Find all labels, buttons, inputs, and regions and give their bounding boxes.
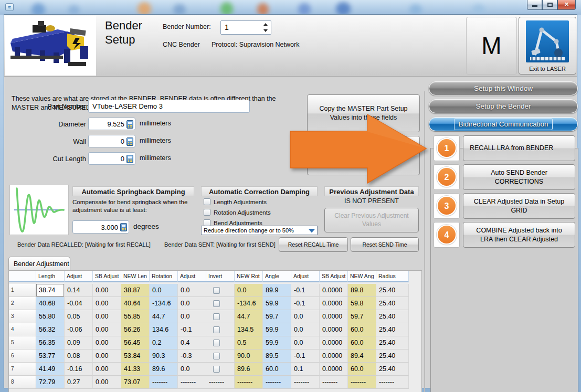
- grid-cell[interactable]: -0.16: [65, 363, 93, 376]
- grid-cell[interactable]: 59.8: [348, 297, 376, 310]
- combine-adjusted-button[interactable]: COMBINE Adjusted back into LRA then CLEA…: [463, 222, 575, 248]
- grid-cell[interactable]: 0.0: [178, 363, 206, 376]
- grid-cell[interactable]: [206, 284, 235, 297]
- grid-cell[interactable]: 0.0000: [320, 349, 348, 363]
- calculator-icon[interactable]: [126, 137, 133, 146]
- grid-cell[interactable]: 0.0: [291, 323, 320, 336]
- grid-cell[interactable]: 40.68: [36, 297, 65, 310]
- grid-cell[interactable]: 89.9: [263, 284, 291, 297]
- clear-adjusted-data-button[interactable]: CLEAR Adjusted Data in Setup GRID: [463, 193, 575, 219]
- grid-cell[interactable]: 89.6: [150, 363, 178, 376]
- row-header[interactable]: 4: [9, 323, 36, 336]
- grid-cell[interactable]: 0.0: [235, 284, 263, 297]
- grid-cell[interactable]: 59.7: [263, 310, 291, 323]
- grid-cell[interactable]: 0.09: [65, 336, 93, 349]
- grid-cell[interactable]: -------: [376, 376, 409, 389]
- grid-cell[interactable]: 0.0000: [320, 284, 348, 297]
- grid-cell[interactable]: 89.5: [263, 349, 291, 363]
- row-header[interactable]: 5: [9, 336, 36, 349]
- grid-cell[interactable]: 25.40: [376, 323, 409, 336]
- grid-cell[interactable]: 0.0: [150, 284, 178, 297]
- grid-cell[interactable]: 0.08: [65, 349, 93, 363]
- grid-cell[interactable]: -------: [263, 376, 291, 389]
- grid-cell[interactable]: 0.27: [65, 376, 93, 389]
- invert-checkbox[interactable]: [213, 340, 220, 346]
- grid-cell[interactable]: [206, 297, 235, 310]
- grid-cell[interactable]: -------: [348, 376, 376, 389]
- grid-cell[interactable]: -0.1: [291, 297, 320, 310]
- grid-cell[interactable]: [206, 349, 235, 363]
- grid-cell[interactable]: 0.0000: [320, 363, 348, 376]
- minimize-button[interactable]: [527, 0, 542, 10]
- grid-cell[interactable]: 0.00: [93, 349, 121, 363]
- calculator-icon[interactable]: [126, 155, 133, 163]
- grid-cell[interactable]: 90.0: [235, 349, 263, 363]
- grid-cell[interactable]: 60.0: [263, 363, 291, 376]
- grid-cell[interactable]: 40.64: [121, 297, 150, 310]
- grid-cell[interactable]: 89.6: [235, 363, 263, 376]
- grid-cell[interactable]: 134.6: [150, 323, 178, 336]
- grid-cell[interactable]: 90.3: [150, 349, 178, 363]
- grid-cell[interactable]: 0.0000: [320, 323, 348, 336]
- invert-checkbox[interactable]: [213, 326, 220, 333]
- grid-cell[interactable]: -0.06: [65, 323, 93, 336]
- grid-cell[interactable]: -0.1: [291, 349, 320, 363]
- grid-cell[interactable]: 0.0000: [320, 297, 348, 310]
- grid-cell[interactable]: 60.0: [348, 323, 376, 336]
- grid-cell[interactable]: 0.0000: [320, 336, 348, 349]
- row-header[interactable]: 8: [9, 376, 36, 389]
- spinner-up-button[interactable]: [262, 22, 269, 27]
- grid-cell[interactable]: 53.84: [121, 349, 150, 363]
- grid-cell[interactable]: 0.00: [93, 363, 121, 376]
- grid-cell[interactable]: -------: [235, 376, 263, 389]
- master-button[interactable]: M: [466, 17, 517, 75]
- row-header[interactable]: 3: [9, 310, 36, 323]
- grid-cell[interactable]: 134.5: [235, 323, 263, 336]
- grid-cell[interactable]: -------: [320, 376, 348, 389]
- grid-cell[interactable]: 53.77: [36, 349, 65, 363]
- grid-cell[interactable]: [206, 310, 235, 323]
- grid-cell[interactable]: 59.7: [348, 310, 376, 323]
- grid-cell[interactable]: -------: [291, 376, 320, 389]
- grid-cell[interactable]: 44.7: [235, 310, 263, 323]
- grid-cell[interactable]: -------: [206, 376, 235, 389]
- reset-send-time-button[interactable]: Reset SEND Time: [351, 237, 419, 252]
- grid-cell[interactable]: 25.40: [376, 349, 409, 363]
- grid-cell[interactable]: 25.40: [376, 284, 409, 297]
- row-header[interactable]: 2: [9, 297, 36, 310]
- part-number-input[interactable]: VTube-LASER Demo 3: [88, 100, 250, 113]
- recall-lra-button[interactable]: RECALL LRA from BENDER: [463, 135, 575, 161]
- grid-cell[interactable]: 41.33: [121, 363, 150, 376]
- grid-cell[interactable]: 0.0: [178, 284, 206, 297]
- grid-cell[interactable]: 89.4: [348, 349, 376, 363]
- grid-cell[interactable]: 0.0: [178, 310, 206, 323]
- grid-cell[interactable]: 25.40: [376, 297, 409, 310]
- grid-cell[interactable]: 73.07: [121, 376, 150, 389]
- grid-cell[interactable]: [206, 336, 235, 349]
- row-header[interactable]: 6: [9, 349, 36, 363]
- grid-cell[interactable]: 0.14: [65, 284, 93, 297]
- grid-cell[interactable]: 55.80: [36, 310, 65, 323]
- grid-cell[interactable]: 59.9: [263, 336, 291, 349]
- grid-cell[interactable]: 25.40: [376, 310, 409, 323]
- grid-cell[interactable]: -------: [150, 376, 178, 389]
- grid-cell[interactable]: 38.87: [121, 284, 150, 297]
- grid-cell[interactable]: 89.8: [348, 284, 376, 297]
- grid-cell[interactable]: 72.79: [36, 376, 65, 389]
- tab-bender-adjustment[interactable]: Bender Adjustment: [8, 257, 70, 270]
- invert-checkbox[interactable]: [213, 300, 220, 307]
- checkbox-icon[interactable]: [204, 209, 210, 216]
- grid-cell[interactable]: -0.1: [178, 323, 206, 336]
- length-adjustments-option[interactable]: Length Adjustments: [204, 198, 267, 205]
- grid-cell[interactable]: 56.35: [36, 336, 65, 349]
- invert-checkbox[interactable]: [213, 313, 220, 320]
- window-titlebar[interactable]: ≈ ✕: [0, 0, 581, 15]
- grid-cell[interactable]: 0.5: [235, 336, 263, 349]
- grid-cell[interactable]: 44.7: [150, 310, 178, 323]
- grid-cell[interactable]: 0.00: [93, 297, 121, 310]
- grid-cell[interactable]: 0.0000: [320, 310, 348, 323]
- row-header[interactable]: 1: [9, 284, 36, 297]
- grid-cell[interactable]: 0.0: [178, 297, 206, 310]
- grid-cell[interactable]: 0.05: [65, 310, 93, 323]
- auto-send-corrections-button[interactable]: Auto SEND Bender CORRECTIONS: [463, 164, 575, 190]
